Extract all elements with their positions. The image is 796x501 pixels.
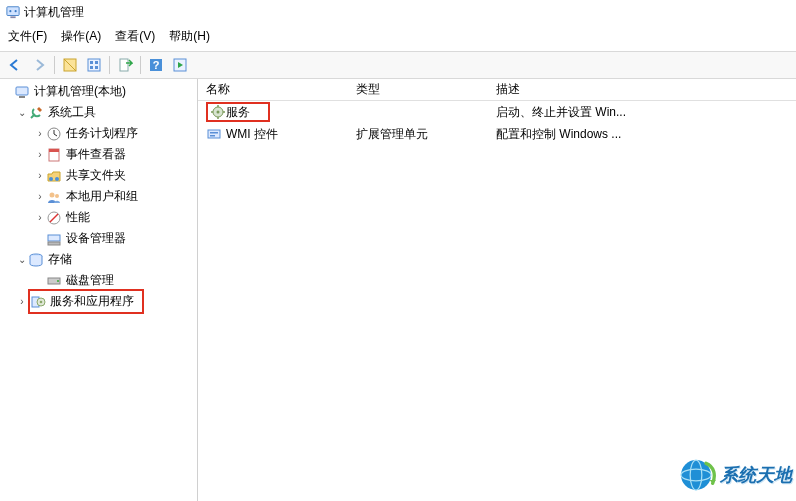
tree-system-tools[interactable]: ⌄ 系统工具 <box>0 102 197 123</box>
svg-rect-0 <box>7 7 19 16</box>
tree-root[interactable]: 计算机管理(本地) <box>0 81 197 102</box>
tree-label: 设备管理器 <box>64 229 128 248</box>
tree-services-apps[interactable]: › 服务和应用程序 <box>0 291 197 312</box>
svg-rect-25 <box>48 242 60 245</box>
forward-button[interactable] <box>28 54 50 76</box>
tree-local-users[interactable]: › 本地用户和组 <box>0 186 197 207</box>
tree-label: 事件查看器 <box>64 145 128 164</box>
svg-point-28 <box>57 280 59 282</box>
tools-icon <box>28 105 44 121</box>
svg-rect-24 <box>48 235 60 241</box>
window-titlebar: 计算机管理 <box>0 0 796 24</box>
collapse-icon[interactable]: ⌄ <box>16 107 28 118</box>
app-icon <box>6 5 20 19</box>
list-row-services[interactable]: 服务 启动、终止并设置 Win... <box>198 101 796 123</box>
row-name: WMI 控件 <box>226 126 278 143</box>
menu-action[interactable]: 操作(A) <box>61 28 101 45</box>
toolbar-separator <box>140 56 141 74</box>
expand-icon[interactable]: › <box>16 296 28 307</box>
expand-icon[interactable]: › <box>34 128 46 139</box>
tree-disk-management[interactable]: 磁盘管理 <box>0 270 197 291</box>
toolbar: ? <box>0 51 796 79</box>
help-button[interactable]: ? <box>145 54 167 76</box>
tree-performance[interactable]: › 性能 <box>0 207 197 228</box>
row-type: 扩展管理单元 <box>356 126 428 143</box>
performance-icon <box>46 210 62 226</box>
svg-point-21 <box>50 192 55 197</box>
show-hide-tree-button[interactable] <box>59 54 81 76</box>
expand-icon[interactable]: › <box>34 170 46 181</box>
globe-icon <box>676 455 716 495</box>
window-title: 计算机管理 <box>24 4 84 21</box>
row-desc: 配置和控制 Windows ... <box>496 126 621 143</box>
list-header: 名称 类型 描述 <box>198 79 796 101</box>
tree-task-scheduler[interactable]: › 任务计划程序 <box>0 123 197 144</box>
watermark-text: 系统天地 <box>720 463 792 487</box>
tree-storage[interactable]: ⌄ 存储 <box>0 249 197 270</box>
svg-point-19 <box>49 177 53 181</box>
svg-rect-1 <box>10 16 15 18</box>
export-list-button[interactable] <box>114 54 136 76</box>
list-row-wmi[interactable]: WMI 控件 扩展管理单元 配置和控制 Windows ... <box>198 123 796 145</box>
clock-icon <box>46 126 62 142</box>
tree-device-manager[interactable]: 设备管理器 <box>0 228 197 249</box>
disk-icon <box>46 273 62 289</box>
action-pane-button[interactable] <box>169 54 191 76</box>
tree-label: 本地用户和组 <box>64 187 140 206</box>
highlight-box: 服务和应用程序 <box>28 289 144 314</box>
svg-rect-7 <box>95 61 98 64</box>
tree-label: 磁盘管理 <box>64 271 116 290</box>
svg-point-20 <box>55 177 59 181</box>
storage-icon <box>28 252 44 268</box>
column-desc[interactable]: 描述 <box>488 78 796 101</box>
svg-rect-14 <box>16 87 28 95</box>
svg-rect-10 <box>120 59 128 71</box>
svg-rect-6 <box>90 61 93 64</box>
tree-event-viewer[interactable]: › 事件查看器 <box>0 144 197 165</box>
tree-label: 存储 <box>46 250 74 269</box>
properties-button[interactable] <box>83 54 105 76</box>
svg-rect-38 <box>208 130 220 138</box>
menu-view[interactable]: 查看(V) <box>115 28 155 45</box>
column-name[interactable]: 名称 <box>198 78 348 101</box>
column-type[interactable]: 类型 <box>348 78 488 101</box>
expand-icon[interactable]: › <box>34 191 46 202</box>
menubar: 文件(F) 操作(A) 查看(V) 帮助(H) <box>0 24 796 51</box>
tree-label: 计算机管理(本地) <box>32 82 128 101</box>
tree-label: 共享文件夹 <box>64 166 128 185</box>
svg-rect-9 <box>95 66 98 69</box>
back-button[interactable] <box>4 54 26 76</box>
toolbar-separator <box>54 56 55 74</box>
services-apps-icon <box>30 294 46 310</box>
svg-rect-40 <box>210 135 215 137</box>
row-name: 服务 <box>226 104 250 121</box>
svg-rect-18 <box>49 149 59 152</box>
collapse-icon[interactable]: ⌄ <box>16 254 28 265</box>
gear-icon <box>210 104 226 120</box>
svg-point-31 <box>40 300 43 303</box>
computer-icon <box>14 84 30 100</box>
users-icon <box>46 189 62 205</box>
svg-point-22 <box>55 194 59 198</box>
tree-label: 服务和应用程序 <box>48 292 136 311</box>
svg-rect-5 <box>88 59 100 71</box>
wmi-icon <box>206 126 222 142</box>
expand-icon[interactable]: › <box>34 149 46 160</box>
device-icon <box>46 231 62 247</box>
tree-label: 任务计划程序 <box>64 124 140 143</box>
tree-label: 性能 <box>64 208 92 227</box>
menu-file[interactable]: 文件(F) <box>8 28 47 45</box>
menu-help[interactable]: 帮助(H) <box>169 28 210 45</box>
tree-label: 系统工具 <box>46 103 98 122</box>
svg-point-3 <box>15 10 17 12</box>
tree-shared-folders[interactable]: › 共享文件夹 <box>0 165 197 186</box>
highlight-box: 服务 <box>206 102 270 122</box>
expand-icon[interactable]: › <box>34 212 46 223</box>
tree-pane: 计算机管理(本地) ⌄ 系统工具 › 任务计划程序 › 事件查看器 › 共享文件… <box>0 79 198 501</box>
svg-rect-8 <box>90 66 93 69</box>
svg-rect-15 <box>19 96 25 98</box>
watermark: 系统天地 <box>676 455 792 495</box>
row-desc: 启动、终止并设置 Win... <box>496 104 626 121</box>
svg-point-2 <box>9 10 11 12</box>
svg-point-33 <box>217 111 220 114</box>
